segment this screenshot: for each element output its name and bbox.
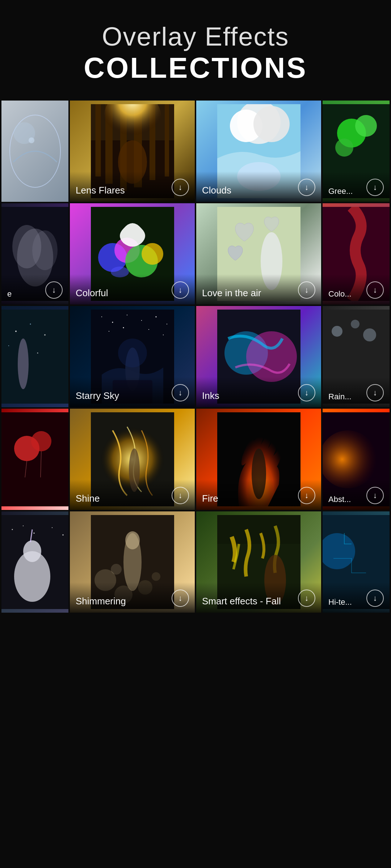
card-clouds[interactable]: Clouds↓ xyxy=(196,101,321,202)
svg-point-51 xyxy=(167,324,167,324)
card-fire-label: Fire xyxy=(202,493,294,504)
svg-point-27 xyxy=(32,230,58,270)
card-abstract[interactable]: Abst...↓ xyxy=(323,409,390,510)
svg-point-48 xyxy=(127,315,127,315)
svg-point-52 xyxy=(109,331,109,332)
download-icon: ↓ xyxy=(305,593,309,603)
card-smoke[interactable]: e↓ xyxy=(1,203,68,305)
download-icon: ↓ xyxy=(305,388,309,397)
svg-point-58 xyxy=(118,339,147,367)
svg-point-91 xyxy=(152,572,160,581)
svg-point-23 xyxy=(335,139,353,157)
card-green[interactable]: Gree...↓ xyxy=(323,101,390,202)
card-love-air-label: Love in the air xyxy=(202,288,294,299)
card-colorful-download-button[interactable]: ↓ xyxy=(172,281,189,299)
card-love-air-download-button[interactable]: ↓ xyxy=(298,281,315,299)
card-shimmering[interactable]: Shimmering↓ xyxy=(70,511,195,613)
svg-point-47 xyxy=(112,322,113,323)
card-green-overlay: Gree...↓ xyxy=(323,171,390,202)
card-rain-download-button[interactable]: ↓ xyxy=(366,384,384,401)
download-icon: ↓ xyxy=(373,491,377,500)
card-smart-fall[interactable]: Smart effects - Fall↓ xyxy=(196,511,321,613)
svg-rect-66 xyxy=(1,412,68,506)
card-fairy[interactable] xyxy=(1,306,68,407)
card-lens-flares[interactable]: Lens Flares↓ xyxy=(70,101,195,202)
card-smart-fall-download-button[interactable]: ↓ xyxy=(298,590,315,607)
card-starry-sky-download-button[interactable]: ↓ xyxy=(172,384,189,401)
download-icon: ↓ xyxy=(373,183,377,192)
card-love-air[interactable]: Love in the air↓ xyxy=(196,203,321,305)
card-unicorn-art xyxy=(1,511,68,613)
card-shimmering-download-button[interactable]: ↓ xyxy=(172,590,189,607)
svg-point-42 xyxy=(8,345,9,346)
svg-point-18 xyxy=(253,106,290,142)
svg-point-85 xyxy=(23,540,41,562)
card-colorful-label: Colorful xyxy=(76,288,168,299)
download-icon: ↓ xyxy=(373,388,377,397)
card-rain[interactable]: Rain...↓ xyxy=(323,306,390,407)
card-balloons[interactable] xyxy=(1,409,68,510)
card-clouds-download-button[interactable]: ↓ xyxy=(298,179,315,196)
page-header: Overlay Effects COLLECTIONS xyxy=(0,0,391,99)
card-fairy-art xyxy=(1,306,68,407)
svg-point-49 xyxy=(141,320,142,321)
card-smart-fall-label: Smart effects - Fall xyxy=(202,596,294,607)
card-clouds-overlay: Clouds↓ xyxy=(196,171,321,202)
svg-point-90 xyxy=(111,564,122,575)
svg-point-79 xyxy=(12,529,13,530)
card-hitech-label: Hi-te... xyxy=(328,597,363,607)
card-color2[interactable]: Colo...↓ xyxy=(323,203,390,305)
card-clouds-label: Clouds xyxy=(202,185,294,196)
card-shine-overlay: Shine↓ xyxy=(70,480,195,510)
card-smoke-label: e xyxy=(7,289,42,299)
card-smoke-download-button[interactable]: ↓ xyxy=(45,281,63,299)
card-shimmering-label: Shimmering xyxy=(76,596,168,607)
svg-point-93 xyxy=(125,531,140,549)
card-colorful[interactable]: Colorful↓ xyxy=(70,203,195,305)
svg-point-81 xyxy=(34,533,35,534)
card-green-label: Gree... xyxy=(328,187,363,196)
card-abstract-download-button[interactable]: ↓ xyxy=(366,487,384,504)
svg-point-40 xyxy=(30,324,31,325)
download-icon: ↓ xyxy=(178,183,182,192)
svg-point-43 xyxy=(37,353,38,354)
card-fire-download-button[interactable]: ↓ xyxy=(298,487,315,504)
card-hitech-download-button[interactable]: ↓ xyxy=(366,590,384,607)
card-starry-sky[interactable]: Starry Sky↓ xyxy=(70,306,195,407)
card-starry-sky-overlay: Starry Sky↓ xyxy=(70,377,195,407)
card-color2-overlay: Colo...↓ xyxy=(323,274,390,305)
card-hitech-overlay: Hi-te...↓ xyxy=(323,582,390,613)
svg-point-53 xyxy=(123,327,124,328)
svg-point-63 xyxy=(332,326,342,337)
svg-point-41 xyxy=(44,334,46,336)
card-water-horse-art xyxy=(1,101,68,202)
card-inks-download-button[interactable]: ↓ xyxy=(298,384,315,401)
svg-point-44 xyxy=(18,339,29,389)
card-lens-flares-download-button[interactable]: ↓ xyxy=(172,179,189,196)
download-icon: ↓ xyxy=(178,285,182,295)
download-icon: ↓ xyxy=(305,491,309,500)
card-balloons-art xyxy=(1,409,68,510)
card-shine[interactable]: Shine↓ xyxy=(70,409,195,510)
svg-rect-38 xyxy=(1,310,68,404)
card-green-download-button[interactable]: ↓ xyxy=(366,179,384,196)
svg-point-22 xyxy=(355,115,377,137)
download-icon: ↓ xyxy=(305,183,309,192)
title-line2: COLLECTIONS xyxy=(7,51,384,85)
svg-point-54 xyxy=(148,329,149,330)
card-fire[interactable]: Fire↓ xyxy=(196,409,321,510)
card-starry-sky-label: Starry Sky xyxy=(76,390,168,401)
card-smoke-overlay: e↓ xyxy=(1,274,68,305)
card-shine-download-button[interactable]: ↓ xyxy=(172,487,189,504)
card-color2-download-button[interactable]: ↓ xyxy=(366,281,384,299)
download-icon: ↓ xyxy=(178,388,182,397)
card-abstract-label: Abst... xyxy=(328,495,363,504)
card-inks[interactable]: Inks↓ xyxy=(196,306,321,407)
card-water-horse[interactable] xyxy=(1,101,68,202)
card-unicorn[interactable] xyxy=(1,511,68,613)
card-fire-overlay: Fire↓ xyxy=(196,480,321,510)
card-hitech[interactable]: Hi-te...↓ xyxy=(323,511,390,613)
card-shine-label: Shine xyxy=(76,493,168,504)
svg-point-46 xyxy=(101,316,102,317)
svg-point-80 xyxy=(23,526,24,526)
